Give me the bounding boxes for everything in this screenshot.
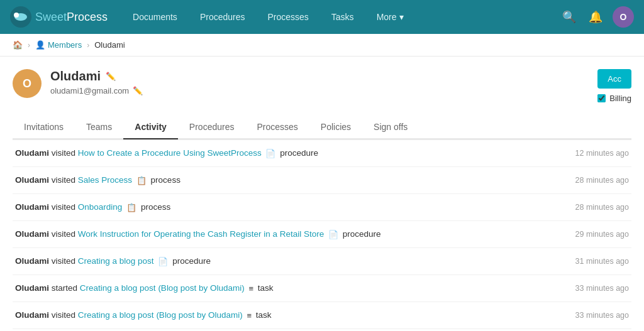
breadcrumb-current: Oludami (94, 40, 125, 50)
user-avatar-large: O (13, 69, 42, 98)
activity-link-6[interactable]: Creating a blog post (Blog post by Oluda… (78, 310, 243, 320)
activity-text-3: Oludami visited Work Instruction for Ope… (15, 229, 563, 239)
activity-item: Oludami visited How to Create a Procedur… (13, 140, 631, 167)
activity-item: Oludami started Creating a blog post (Bl… (13, 275, 631, 302)
logo-icon (10, 6, 31, 28)
main-content: O Oludami ✏️ oludami1@gmail.com ✏️ Acc B… (0, 57, 644, 331)
activity-text-2: Oludami visited Onboarding 📋 process (15, 202, 563, 212)
edit-name-icon[interactable]: ✏️ (106, 72, 116, 81)
user-header: O Oludami ✏️ oludami1@gmail.com ✏️ Acc B… (13, 69, 631, 103)
billing-label: Billing (609, 94, 631, 103)
activity-icon-3: 📄 (328, 230, 338, 239)
activity-icon-2: 📋 (126, 203, 136, 212)
user-email: oludami1@gmail.com ✏️ (50, 86, 143, 95)
activity-link-0[interactable]: How to Create a Procedure Using SweetPro… (78, 148, 262, 158)
activity-list: Oludami visited How to Create a Procedur… (13, 139, 631, 331)
nav-more[interactable]: More ▾ (367, 7, 414, 27)
breadcrumb-sep-1: › (28, 41, 30, 50)
activity-icon-5: ≡ (248, 284, 253, 293)
nav-procedures[interactable]: Procedures (190, 7, 255, 27)
activity-time-0: 12 minutes ago (575, 149, 629, 158)
svg-point-2 (14, 13, 19, 18)
chevron-down-icon: ▾ (399, 12, 404, 22)
activity-time-6: 33 minutes ago (575, 311, 629, 320)
tab-teams[interactable]: Teams (75, 116, 123, 139)
breadcrumb-home[interactable]: 🏠 (13, 40, 23, 50)
edit-email-icon[interactable]: ✏️ (133, 86, 143, 95)
activity-time-1: 28 minutes ago (575, 176, 629, 185)
activity-time-3: 29 minutes ago (575, 230, 629, 239)
activity-time-5: 33 minutes ago (575, 284, 629, 293)
nav-documents[interactable]: Documents (123, 7, 187, 27)
breadcrumb-members[interactable]: 👤 Members (35, 40, 82, 50)
nav-processes[interactable]: Processes (257, 7, 318, 27)
breadcrumb: 🏠 › 👤 Members › Oludami (0, 34, 644, 57)
activity-tabs: Invitations Teams Activity Procedures Pr… (13, 116, 631, 139)
tab-policies[interactable]: Policies (309, 116, 362, 139)
logo-text: SweetProcess (35, 11, 108, 24)
nav-right-actions: 🔍 🔔 O (560, 6, 634, 28)
members-icon: 👤 (35, 40, 45, 50)
activity-item: Oludami visited Sales Process 📋 process2… (13, 167, 631, 194)
billing-checkbox-row: Billing (597, 94, 631, 103)
activity-link-4[interactable]: Creating a blog post (78, 256, 154, 266)
logo[interactable]: SweetProcess (10, 6, 108, 28)
user-name: Oludami ✏️ (50, 69, 143, 84)
activity-link-1[interactable]: Sales Process (78, 175, 132, 185)
activity-item: Oludami visited Onboarding 📋 process28 m… (13, 194, 631, 221)
activity-text-1: Oludami visited Sales Process 📋 process (15, 175, 563, 185)
nav-tasks[interactable]: Tasks (321, 7, 364, 27)
tab-procedures[interactable]: Procedures (178, 116, 246, 139)
tab-invitations[interactable]: Invitations (13, 116, 75, 139)
activity-link-5[interactable]: Creating a blog post (Blog post by Oluda… (80, 283, 245, 293)
activity-item: Oludami visited Work Instruction for Ope… (13, 221, 631, 248)
user-avatar-nav[interactable]: O (613, 6, 634, 28)
activity-item: Oludami assigned Oludami to Creating a b… (13, 329, 631, 331)
activity-item: Oludami visited Creating a blog post 📄 p… (13, 248, 631, 275)
search-button[interactable]: 🔍 (560, 8, 579, 26)
activity-text-0: Oludami visited How to Create a Procedur… (15, 148, 563, 158)
user-actions: Acc Billing (597, 69, 631, 103)
activity-icon-6: ≡ (247, 311, 252, 320)
activity-text-6: Oludami visited Creating a blog post (Bl… (15, 310, 563, 320)
activity-text-5: Oludami started Creating a blog post (Bl… (15, 283, 563, 293)
user-info: O Oludami ✏️ oludami1@gmail.com ✏️ (13, 69, 143, 98)
activity-icon-1: 📋 (136, 176, 147, 185)
tab-signoffs[interactable]: Sign offs (362, 116, 419, 139)
activity-item: Oludami visited Creating a blog post (Bl… (13, 302, 631, 329)
activity-icon-0: 📄 (265, 149, 275, 158)
tab-processes[interactable]: Processes (245, 116, 309, 139)
activity-icon-4: 📄 (158, 257, 168, 266)
activity-time-4: 31 minutes ago (575, 257, 629, 266)
account-button[interactable]: Acc (597, 69, 631, 89)
top-navigation: SweetProcess Documents Procedures Proces… (0, 0, 644, 34)
activity-link-3[interactable]: Work Instruction for Operating the Cash … (78, 229, 324, 239)
nav-items: Documents Procedures Processes Tasks Mor… (123, 7, 560, 27)
activity-time-2: 28 minutes ago (575, 203, 629, 212)
breadcrumb-sep-2: › (87, 41, 89, 50)
activity-link-2[interactable]: Onboarding (78, 202, 123, 212)
user-details: Oludami ✏️ oludami1@gmail.com ✏️ (50, 69, 143, 98)
notifications-button[interactable]: 🔔 (586, 8, 605, 26)
billing-checkbox[interactable] (597, 94, 606, 102)
activity-text-4: Oludami visited Creating a blog post 📄 p… (15, 256, 563, 266)
tab-activity[interactable]: Activity (123, 116, 178, 139)
